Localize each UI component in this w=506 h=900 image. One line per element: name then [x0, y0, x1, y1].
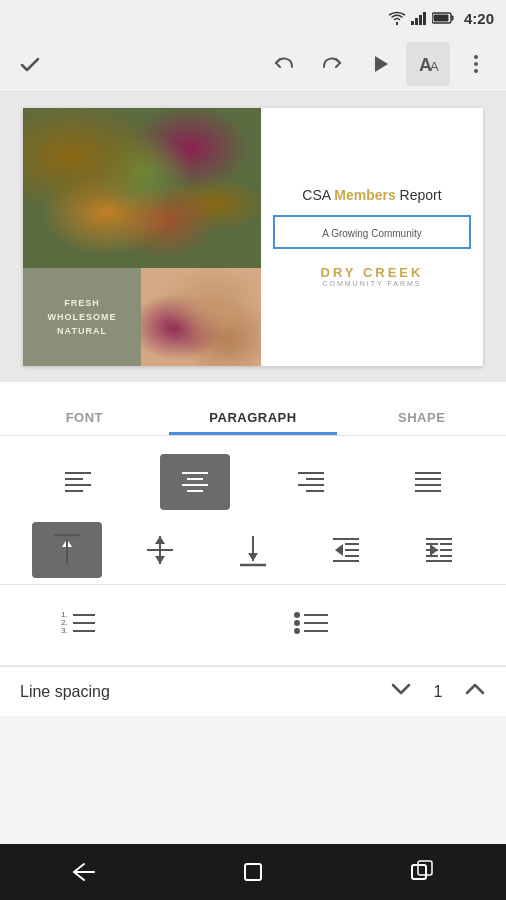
tab-font-label: FONT: [66, 410, 103, 425]
chevron-down-icon: [390, 681, 412, 697]
tab-shape-underline: [337, 432, 506, 435]
chevron-up-icon: [464, 681, 486, 697]
indent-decrease-btn[interactable]: [311, 522, 381, 578]
halign-row: [0, 448, 506, 516]
tab-paragraph[interactable]: PARAGRAPH: [169, 382, 338, 435]
redo-button[interactable]: [310, 42, 354, 86]
recents-icon: [409, 859, 435, 885]
hands-photo: [141, 268, 261, 366]
font-button[interactable]: A A: [406, 42, 450, 86]
dry-creek: DRY CREEK COMMUNITY FARMS: [321, 265, 424, 287]
tabs: FONT PARAGRAPH SHAPE: [0, 382, 506, 436]
svg-text:3.: 3.: [61, 626, 68, 635]
back-icon: [70, 860, 98, 884]
members-word: Members: [334, 187, 395, 203]
svg-point-64: [294, 628, 300, 634]
svg-text:A: A: [430, 59, 439, 74]
undo-icon: [272, 52, 296, 76]
canvas-area[interactable]: FRESH WHOLESOME NATURAL CSA Members Repo…: [0, 92, 506, 382]
status-bar: 4:20: [0, 0, 506, 36]
toolbar-left: [8, 42, 52, 86]
overlay-line3: NATURAL: [57, 326, 107, 336]
line-spacing-controls: 1: [390, 681, 486, 702]
redo-icon: [320, 52, 344, 76]
toolbar: A A: [0, 36, 506, 92]
subtitle-box[interactable]: A Growing Community: [273, 215, 471, 249]
brand-sub: COMMUNITY FARMS: [321, 280, 424, 287]
photo-top: [23, 108, 261, 268]
line-spacing-label: Line spacing: [20, 683, 390, 701]
indent-increase-btn[interactable]: [404, 522, 474, 578]
tab-shape-label: SHAPE: [398, 410, 445, 425]
list-row: 1. 2. 3.: [0, 585, 506, 653]
play-icon: [368, 52, 392, 76]
tab-paragraph-underline: [169, 432, 338, 435]
align-left-btn[interactable]: [43, 454, 113, 510]
tab-shape[interactable]: SHAPE: [337, 382, 506, 435]
font-icon: A A: [416, 52, 440, 76]
status-time: 4:20: [464, 10, 494, 27]
valign-row: [0, 516, 506, 584]
home-button[interactable]: [223, 850, 283, 894]
tab-paragraph-label: PARAGRAPH: [209, 410, 296, 425]
signal-icon: [411, 11, 427, 25]
photo-bottom: FRESH WHOLESOME NATURAL: [23, 268, 261, 366]
overlay-line1: FRESH: [64, 298, 100, 308]
svg-point-12: [474, 69, 478, 73]
svg-marker-7: [375, 56, 388, 72]
more-button[interactable]: [454, 42, 498, 86]
more-icon: [464, 52, 488, 76]
valign-bottom-btn[interactable]: [218, 522, 288, 578]
status-icons: [388, 11, 454, 25]
home-icon: [240, 859, 266, 885]
subtitle-text: A Growing Community: [322, 228, 421, 239]
toolbar-right: A A: [262, 42, 498, 86]
undo-button[interactable]: [262, 42, 306, 86]
slide[interactable]: FRESH WHOLESOME NATURAL CSA Members Repo…: [23, 108, 483, 366]
wifi-icon: [388, 11, 406, 25]
unordered-list-btn[interactable]: [276, 593, 346, 649]
ordered-list-btn[interactable]: 1. 2. 3.: [43, 593, 113, 649]
svg-point-10: [474, 55, 478, 59]
csa-title: CSA Members Report: [302, 187, 441, 203]
recents-button[interactable]: [392, 850, 452, 894]
slide-right: CSA Members Report A Growing Community D…: [261, 108, 483, 366]
valign-center-btn[interactable]: [125, 522, 195, 578]
tab-font[interactable]: FONT: [0, 382, 169, 435]
align-right-btn[interactable]: [276, 454, 346, 510]
svg-rect-68: [412, 865, 426, 879]
back-button[interactable]: [54, 850, 114, 894]
brand-main: DRY CREEK: [321, 265, 424, 280]
overlay-line2: WHOLESOME: [48, 312, 117, 322]
svg-rect-2: [419, 15, 422, 25]
nav-bar: [0, 844, 506, 900]
tab-font-underline: [0, 432, 169, 435]
svg-rect-6: [433, 15, 448, 22]
svg-point-11: [474, 62, 478, 66]
align-justify-btn[interactable]: [393, 454, 463, 510]
svg-rect-67: [245, 864, 261, 880]
line-spacing-decrease-btn[interactable]: [390, 681, 412, 702]
slide-left: FRESH WHOLESOME NATURAL: [23, 108, 261, 366]
check-button[interactable]: [8, 42, 52, 86]
valign-top-btn[interactable]: [32, 522, 102, 578]
text-overlay: FRESH WHOLESOME NATURAL: [23, 268, 141, 366]
alignment-options: 1. 2. 3.: [0, 436, 506, 666]
align-center-btn[interactable]: [160, 454, 230, 510]
svg-rect-5: [451, 16, 453, 21]
line-spacing-increase-btn[interactable]: [464, 681, 486, 702]
battery-icon: [432, 12, 454, 24]
svg-marker-39: [335, 544, 343, 556]
line-spacing-row: Line spacing 1: [0, 667, 506, 716]
svg-rect-3: [423, 12, 426, 25]
check-icon: [18, 52, 42, 76]
svg-rect-0: [411, 21, 414, 25]
svg-point-62: [294, 620, 300, 626]
play-button[interactable]: [358, 42, 402, 86]
svg-rect-1: [415, 18, 418, 25]
svg-point-60: [294, 612, 300, 618]
line-spacing-value: 1: [428, 683, 448, 701]
